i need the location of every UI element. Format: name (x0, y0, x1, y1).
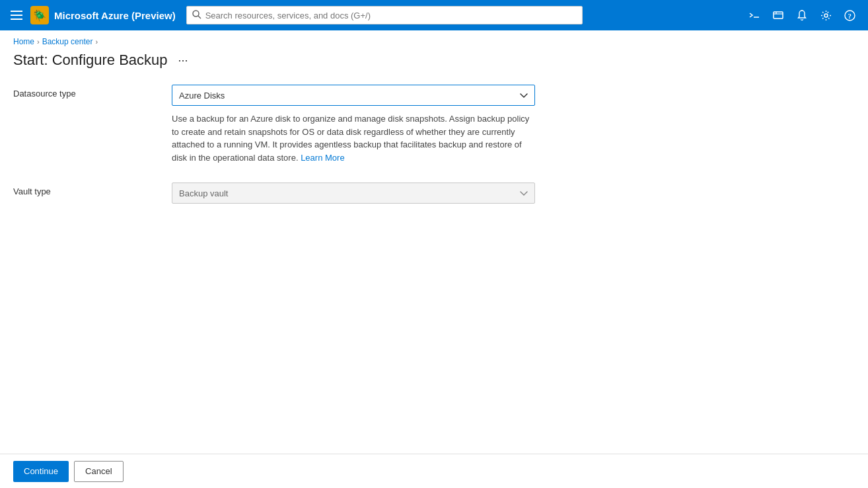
top-nav-bar: 🪲 Microsoft Azure (Preview) (0, 0, 868, 30)
settings-icon[interactable] (815, 5, 836, 26)
breadcrumb-separator-2: › (95, 38, 98, 46)
learn-more-link[interactable]: Learn More (301, 153, 344, 163)
help-icon[interactable]: ? (839, 5, 860, 26)
directory-icon[interactable] (768, 5, 789, 26)
svg-point-10 (824, 14, 828, 17)
datasource-type-control-area: Azure Disks Use a backup for an Azure di… (172, 85, 568, 164)
more-options-button[interactable]: ··· (174, 52, 192, 69)
vault-type-chevron-icon (520, 188, 528, 198)
datasource-type-chevron-icon (520, 90, 528, 101)
vault-type-control-area: Backup vault (172, 183, 568, 204)
breadcrumb-backup-center[interactable]: Backup center (42, 37, 93, 46)
svg-point-3 (193, 11, 199, 17)
svg-rect-1 (11, 15, 22, 16)
svg-line-4 (198, 16, 201, 19)
page-title: Start: Configure Backup (13, 52, 168, 69)
hamburger-menu-button[interactable] (8, 8, 25, 22)
search-input[interactable] (205, 11, 577, 20)
datasource-description-text: Use a backup for an Azure disk to organi… (172, 114, 529, 163)
azure-bug-icon: 🪲 (30, 6, 49, 24)
app-title: Microsoft Azure (Preview) (54, 10, 176, 21)
breadcrumb-separator-1: › (37, 38, 40, 46)
form-area: Datasource type Azure Disks Use a backup… (0, 79, 868, 454)
cancel-button[interactable]: Cancel (74, 461, 123, 482)
vault-type-value: Backup vault (179, 188, 228, 198)
breadcrumb: Home › Backup center › (0, 30, 868, 49)
datasource-type-row: Datasource type Azure Disks Use a backup… (13, 79, 855, 164)
svg-rect-6 (774, 12, 783, 19)
datasource-type-dropdown[interactable]: Azure Disks (172, 85, 535, 106)
datasource-type-label: Datasource type (13, 85, 172, 99)
svg-text:?: ? (848, 12, 851, 20)
bottom-bar: Continue Cancel (0, 454, 868, 488)
datasource-type-value: Azure Disks (179, 91, 225, 101)
vault-type-label: Vault type (13, 183, 172, 196)
svg-rect-0 (11, 11, 22, 12)
continue-button[interactable]: Continue (13, 461, 69, 482)
vault-type-row: Vault type Backup vault (13, 177, 855, 204)
page-header: Start: Configure Backup ··· (0, 49, 868, 79)
main-content: Home › Backup center › Start: Configure … (0, 30, 868, 488)
breadcrumb-home[interactable]: Home (13, 37, 34, 46)
svg-rect-2 (11, 19, 22, 20)
datasource-description: Use a backup for an Azure disk to organi… (172, 112, 535, 164)
cloud-shell-icon[interactable] (744, 5, 765, 26)
notifications-icon[interactable] (791, 5, 813, 26)
search-bar[interactable] (186, 6, 583, 24)
search-icon (192, 10, 201, 21)
nav-icons-group: ? (744, 5, 860, 26)
vault-type-dropdown: Backup vault (172, 183, 535, 204)
